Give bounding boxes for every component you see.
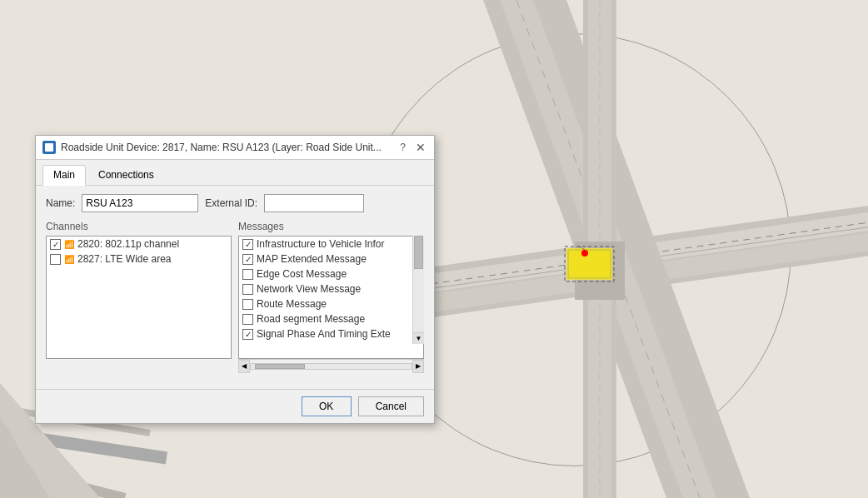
channels-label: Channels — [46, 221, 232, 232]
dialog-window: Roadside Unit Device: 2817, Name: RSU A1… — [35, 135, 435, 424]
message-text-7: Signal Phase And Timing Exte — [257, 328, 391, 340]
external-id-label: External ID: — [205, 197, 257, 209]
message-text-4: Network View Message — [257, 283, 361, 295]
message-checkbox-4[interactable] — [242, 284, 253, 295]
two-panels: Channels 📶 2820: 802.11p channel 📶 2827:… — [46, 221, 424, 372]
external-id-input[interactable] — [264, 194, 364, 212]
dialog-title: Roadside Unit Device: 2817, Name: RSU A1… — [61, 142, 395, 153]
message-checkbox-6[interactable] — [242, 314, 253, 325]
cancel-button[interactable]: Cancel — [358, 396, 424, 416]
messages-label: Messages — [238, 221, 424, 232]
messages-panel: Messages Infrastructure to Vehicle Infor… — [238, 221, 424, 372]
messages-listbox[interactable]: Infrastructure to Vehicle Infor MAP Exte… — [238, 236, 424, 359]
tab-connections[interactable]: Connections — [87, 165, 165, 185]
messages-listbox-container: Infrastructure to Vehicle Infor MAP Exte… — [238, 236, 424, 359]
channels-listbox[interactable]: 📶 2820: 802.11p channel 📶 2827: LTE Wide… — [46, 236, 232, 359]
svg-rect-13 — [568, 250, 611, 278]
close-button[interactable]: ✕ — [414, 142, 427, 153]
dialog-body: Name: External ID: Channels 📶 2820: 802.… — [36, 186, 434, 389]
wifi-icon-2: 📶 — [64, 255, 74, 264]
message-item-3[interactable]: Edge Cost Message — [239, 266, 412, 281]
wifi-icon-1: 📶 — [64, 240, 74, 249]
message-checkbox-2[interactable] — [242, 254, 253, 265]
hscroll-right-arrow[interactable]: ▶ — [412, 360, 424, 373]
dialog-titlebar: Roadside Unit Device: 2817, Name: RSU A1… — [36, 136, 434, 160]
channel-text-1: 2820: 802.11p channel — [77, 238, 179, 250]
name-label: Name: — [46, 197, 75, 209]
message-text-1: Infrastructure to Vehicle Infor — [257, 238, 384, 250]
channel-item-1[interactable]: 📶 2820: 802.11p channel — [47, 237, 231, 251]
message-text-6: Road segment Message — [257, 313, 365, 325]
channel-checkbox-2[interactable] — [50, 254, 61, 265]
message-text-2: MAP Extended Message — [257, 253, 367, 265]
channels-panel: Channels 📶 2820: 802.11p channel 📶 2827:… — [46, 221, 232, 372]
hscroll-left-arrow[interactable]: ◀ — [238, 360, 250, 373]
channel-text-2: 2827: LTE Wide area — [77, 253, 172, 265]
ok-button[interactable]: OK — [302, 396, 352, 416]
messages-scrollbar[interactable]: ▼ — [412, 236, 424, 344]
scrollbar-thumb[interactable] — [414, 236, 423, 269]
message-checkbox-1[interactable] — [242, 239, 253, 250]
message-item-7[interactable]: Signal Phase And Timing Exte — [239, 326, 412, 341]
message-text-3: Edge Cost Message — [257, 268, 347, 280]
dialog-tabs: Main Connections — [36, 160, 434, 186]
tab-main[interactable]: Main — [42, 165, 86, 186]
horizontal-scrollbar[interactable]: ◀ ▶ — [238, 359, 424, 372]
message-checkbox-3[interactable] — [242, 269, 253, 280]
name-input[interactable] — [82, 194, 198, 212]
hscroll-track[interactable] — [250, 363, 412, 370]
hscroll-thumb[interactable] — [255, 364, 305, 369]
message-item-1[interactable]: Infrastructure to Vehicle Infor — [239, 237, 412, 251]
message-item-5[interactable]: Route Message — [239, 296, 412, 311]
rsu-marker — [581, 250, 588, 256]
message-item-6[interactable]: Road segment Message — [239, 311, 412, 326]
name-row: Name: External ID: — [46, 194, 424, 212]
message-item-4[interactable]: Network View Message — [239, 281, 412, 296]
channel-checkbox-1[interactable] — [50, 239, 61, 250]
channel-item-2[interactable]: 📶 2827: LTE Wide area — [47, 251, 231, 266]
dialog-footer: OK Cancel — [36, 389, 434, 423]
scrollbar-down-arrow[interactable]: ▼ — [413, 332, 424, 344]
message-checkbox-7[interactable] — [242, 329, 253, 340]
message-text-5: Route Message — [257, 298, 327, 310]
help-button[interactable]: ? — [400, 142, 406, 153]
message-item-2[interactable]: MAP Extended Message — [239, 251, 412, 266]
message-checkbox-5[interactable] — [242, 299, 253, 310]
dialog-icon — [42, 141, 56, 154]
